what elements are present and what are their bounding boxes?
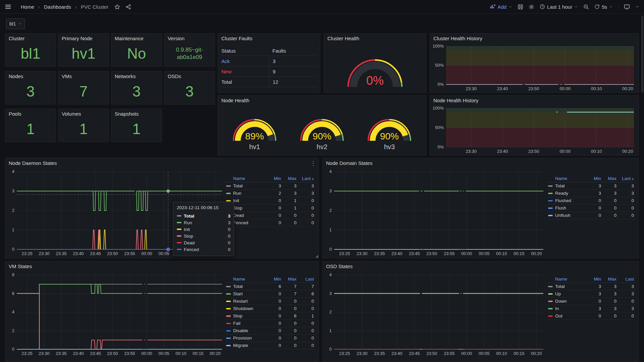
- legend-row[interactable]: Total333: [225, 182, 315, 190]
- panel-title[interactable]: Version: [164, 34, 215, 44]
- cluster-health-history-plot[interactable]: 0%50%100%23:3023:4023:5000:0000:1000:20: [431, 44, 637, 92]
- svg-text:0%: 0%: [437, 144, 444, 149]
- legend-row[interactable]: Total333: [547, 283, 635, 290]
- panel-title[interactable]: OSDs: [164, 71, 215, 81]
- legend-row[interactable]: Out000: [547, 312, 635, 320]
- share-icon[interactable]: [125, 4, 131, 10]
- panel-title[interactable]: Node Daemon States: [5, 158, 319, 168]
- legend-header[interactable]: NameMinMaxLast ∨: [225, 175, 315, 182]
- menu-icon[interactable]: [5, 3, 11, 10]
- legend-row[interactable]: Fail000: [225, 320, 315, 327]
- legend-row[interactable]: Restart000: [225, 298, 315, 305]
- series-swatch: [177, 222, 181, 223]
- breadcrumb-dashboards[interactable]: Dashboards: [44, 4, 71, 10]
- legend-row[interactable]: In333: [547, 305, 635, 312]
- chevron-down-icon[interactable]: [635, 5, 639, 9]
- panel-title[interactable]: VMs: [58, 71, 109, 81]
- legend-row[interactable]: Stop061: [225, 312, 315, 320]
- cluster-health-gauge: 0%: [324, 44, 426, 91]
- domain-states-plot[interactable]: 0123423:2523:3023:3523:4023:4523:5023:55…: [325, 169, 546, 257]
- legend-row[interactable]: Provision000: [225, 335, 315, 342]
- refresh-control[interactable]: 5s: [594, 4, 613, 10]
- panel-title[interactable]: Cluster Health: [324, 34, 426, 44]
- save-dashboard-icon[interactable]: [518, 4, 523, 10]
- tooltip-row: Run3: [177, 219, 230, 226]
- legend-row[interactable]: Total333: [547, 182, 635, 190]
- panel-title[interactable]: OSD States: [323, 261, 639, 272]
- breadcrumb-home[interactable]: Home: [21, 4, 34, 10]
- node-health-history-plot[interactable]: 0%50%100%23:3023:4023:5000:0000:1000:20: [431, 106, 637, 155]
- legend-row[interactable]: Init010: [225, 197, 315, 204]
- stat-value: 0.9.85~git-ab0a1e09: [164, 43, 215, 64]
- svg-text:00:05: 00:05: [158, 251, 169, 256]
- legend-row[interactable]: Disable000: [225, 327, 315, 335]
- osd-states-plot[interactable]: 0123423:2523:3023:3523:4023:4523:5023:55…: [325, 272, 546, 357]
- faults-col-status[interactable]: Status: [221, 48, 269, 54]
- legend-row[interactable]: Stop010: [225, 204, 315, 212]
- legend-row[interactable]: Flush000: [547, 204, 635, 212]
- zoom-out-icon[interactable]: [583, 4, 589, 10]
- stat-value: 1: [58, 118, 109, 140]
- top-navbar: Home › Dashboards › PVC Cluster Add Last…: [0, 0, 644, 14]
- svg-text:23:30: 23:30: [357, 251, 368, 256]
- legend-row[interactable]: Flushed000: [547, 197, 635, 204]
- legend-row[interactable]: Run233: [225, 190, 315, 197]
- svg-text:23:35: 23:35: [56, 351, 67, 356]
- legend-row[interactable]: Total677: [225, 283, 315, 290]
- stat-value: bl1: [5, 43, 56, 64]
- legend-row[interactable]: Up333: [547, 290, 635, 298]
- faults-col-faults[interactable]: Faults: [269, 46, 317, 56]
- svg-text:23:35: 23:35: [56, 251, 67, 256]
- fault-value-0: 3: [269, 56, 317, 66]
- series-swatch: [177, 235, 181, 237]
- svg-text:1: 1: [329, 227, 332, 232]
- legend-header[interactable]: NameMinMaxLast: [225, 276, 315, 283]
- panel-title[interactable]: Nodes: [5, 71, 56, 81]
- panel-resize-handle[interactable]: [315, 255, 318, 258]
- chart-tooltip: 2023-12-11 00:06:15Total3Run3Init0Stop0D…: [173, 202, 234, 256]
- table-row: New 9: [221, 66, 317, 77]
- time-range-picker[interactable]: Last 1 hour: [540, 4, 578, 10]
- panel-title[interactable]: Node Health: [218, 96, 426, 106]
- legend-header[interactable]: NameMinMaxLast: [547, 276, 635, 283]
- tooltip-time: 2023-12-11 00:06:15: [177, 205, 230, 210]
- panel-title[interactable]: Cluster Health History: [430, 34, 639, 44]
- panel-node-daemon-states: Node Daemon States ⋮ 0123423:2523:3023:3…: [5, 158, 319, 258]
- panel-menu-icon[interactable]: ⋮: [310, 160, 316, 167]
- star-icon[interactable]: [114, 4, 120, 10]
- svg-text:1: 1: [329, 328, 332, 333]
- legend-row[interactable]: Unflush000: [547, 212, 635, 219]
- panel-title[interactable]: Snapshots: [111, 109, 162, 119]
- panel-title[interactable]: Cluster Faults: [218, 34, 320, 44]
- panel-title[interactable]: Primary Node: [58, 34, 109, 44]
- panel-title[interactable]: Pools: [5, 109, 56, 119]
- series-swatch: [548, 185, 553, 187]
- panel-title[interactable]: Node Health History: [430, 96, 639, 106]
- legend-row[interactable]: Start076: [225, 290, 315, 298]
- panel-cluster-faults: Cluster Faults Status Faults Ack 3 New 9…: [218, 33, 320, 93]
- panel-title[interactable]: Networks: [111, 71, 162, 81]
- legend-row[interactable]: Migrate000: [225, 342, 315, 349]
- settings-gear-icon[interactable]: [529, 4, 534, 10]
- legend-row[interactable]: Ready333: [547, 190, 635, 197]
- svg-text:89%: 89%: [245, 131, 264, 141]
- legend-row[interactable]: Dead000: [225, 212, 315, 219]
- view-mode-icon[interactable]: [624, 4, 630, 10]
- panel-title[interactable]: Maintenance: [111, 34, 162, 44]
- vm-states-plot[interactable]: 0246823:2523:3023:3523:4023:4523:5023:55…: [7, 272, 225, 357]
- legend-row[interactable]: Fenced000: [225, 219, 315, 227]
- tooltip-row: Dead0: [177, 239, 230, 246]
- svg-text:23:50: 23:50: [426, 351, 437, 356]
- svg-text:23:40: 23:40: [391, 351, 402, 356]
- cluster-variable-dropdown[interactable]: bl1: [6, 18, 25, 29]
- legend-header[interactable]: NameMinMaxLast ∨: [547, 175, 635, 182]
- panel-title[interactable]: VM States: [5, 261, 319, 272]
- panel-title[interactable]: Cluster: [5, 34, 56, 44]
- panel-title[interactable]: Volumes: [58, 109, 109, 119]
- stat-value: 1: [5, 118, 56, 140]
- add-panel-button[interactable]: Add: [490, 4, 512, 10]
- legend-row[interactable]: Down000: [547, 298, 635, 305]
- panel-title[interactable]: Node Domain States: [323, 158, 639, 168]
- legend-row[interactable]: Shutdown000: [225, 305, 315, 312]
- page-scrollbar-thumb[interactable]: [641, 15, 643, 93]
